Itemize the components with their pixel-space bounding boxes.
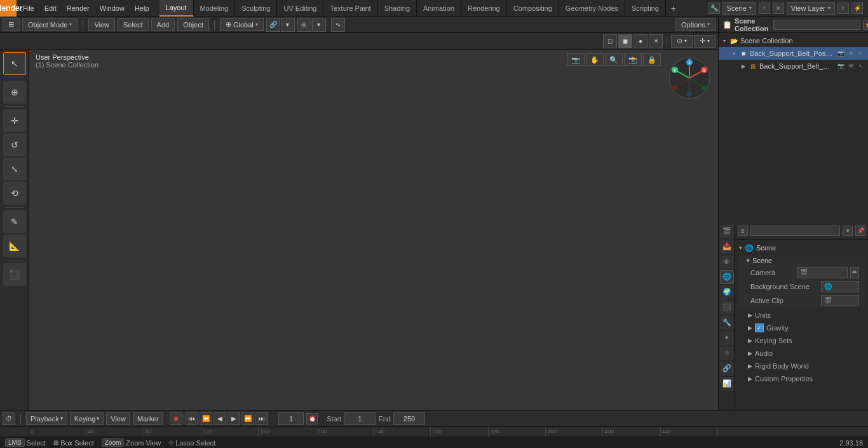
prop-tab-constraints[interactable]: 🔗 [720,362,734,376]
menu-window[interactable]: Window [95,0,130,17]
camera-action-0[interactable]: 📷 [836,49,845,58]
graph-btn[interactable]: ∿ [331,18,345,32]
cursor-tool-btn[interactable]: ⊕ [3,81,26,104]
snap-options-btn[interactable]: ▾ [281,18,295,32]
menu-file[interactable]: File [18,0,39,17]
prop-filter-btn[interactable]: ▾ [843,226,853,236]
step-back-btn[interactable]: ⏪ [200,412,212,425]
menu-render[interactable]: Render [62,0,95,17]
select-tool-btn[interactable]: ↖ [3,52,26,75]
record-btn[interactable]: ⏺ [170,412,182,425]
active-clip-field[interactable]: 🎬 [821,295,859,306]
prop-tab-world[interactable]: 🌍 [720,285,734,299]
view-menu-btn[interactable]: View [88,18,115,31]
menu-help[interactable]: Help [130,0,154,17]
current-frame-input[interactable] [278,412,304,425]
add-menu-btn[interactable]: Add [151,18,175,31]
units-section[interactable]: ▶ Units [735,309,868,322]
tab-scripting[interactable]: Scripting [625,0,666,17]
prop-tab-object[interactable]: ⬛ [720,301,734,315]
prop-tab-output[interactable]: 📤 [720,240,734,254]
solid-mode-btn[interactable]: ◼ [618,34,632,48]
play-btn[interactable]: ▶ [227,412,240,425]
audio-section[interactable]: ▶ Audio [735,347,868,360]
prop-pin-btn[interactable]: 📌 [855,226,865,236]
step-forward-btn[interactable]: ⏩ [241,412,254,425]
eye-action-0[interactable]: 👁 [846,49,855,58]
outliner-item-0[interactable]: ▾ ◽ Back_Support_Belt_Posture_C 📷 👁 ↖ [719,47,868,60]
tab-compositing[interactable]: Compositing [507,0,559,17]
measure-tool-btn[interactable]: 📐 [3,234,26,257]
scale-tool-btn[interactable]: ⤡ [3,158,26,180]
viewport-zoom-in-btn[interactable]: 🔍 [605,53,623,66]
options-btn[interactable]: Options ▾ [675,18,715,31]
playback-btn[interactable]: Playback ▾ [26,412,67,425]
camera-action-1[interactable]: 📷 [836,62,845,71]
prop-sidebar-toggle[interactable]: ≡ [738,226,748,236]
custom-props-section[interactable]: ▶ Custom Properties [735,372,868,385]
view-layer-selector[interactable]: View Layer ▾ [787,2,835,15]
add-cube-btn[interactable]: ⬛ [3,263,26,286]
tab-texture-paint[interactable]: Texture Paint [323,0,377,17]
eye-action-1[interactable]: 👁 [846,62,855,71]
prop-tab-view[interactable]: 👁 [720,255,734,269]
select-menu-btn[interactable]: Select [118,18,149,31]
expand-0[interactable]: ▾ [731,50,737,57]
engine-icon[interactable]: 🔧 [709,3,720,14]
editor-type-btn[interactable]: ⊞ [3,18,20,31]
outliner-filter-btn[interactable]: ⚡ [863,20,868,30]
viewport-lock-btn[interactable]: 🔒 [643,53,661,66]
scene-selector[interactable]: Scene ▾ [722,2,756,15]
wireframe-mode-btn[interactable]: ◻ [603,34,617,48]
scene-remove-icon[interactable]: ✕ [773,3,784,14]
rigid-body-section[interactable]: ▶ Rigid Body World [735,360,868,372]
prop-scene-header[interactable]: ▾ 🌐 Scene [735,242,868,254]
view-btn[interactable]: View [106,412,130,425]
end-frame-input[interactable] [393,412,425,425]
proportional-btn[interactable]: ◎ [297,18,311,32]
view-layer-add-icon[interactable]: + [837,3,849,14]
tab-rendering[interactable]: Rendering [461,0,507,17]
tab-modeling[interactable]: Modeling [194,0,236,17]
outliner-search-input[interactable] [773,20,860,30]
marker-btn[interactable]: Marker [133,412,163,425]
prop-tab-data[interactable]: 📊 [720,377,734,391]
camera-eyedropper[interactable]: ✏ [850,267,859,278]
proportional-options-btn[interactable]: ▾ [312,18,326,32]
prop-tab-render[interactable]: 🎬 [720,224,734,238]
jump-start-btn[interactable]: ⏮ [186,412,198,425]
prop-tab-modifier[interactable]: 🔧 [720,316,734,330]
keying-sets-section[interactable]: ▶ Keying Sets [735,334,868,347]
tab-uv-editing[interactable]: UV Editing [277,0,323,17]
transform-space-btn[interactable]: ⊕ Global ▾ [220,18,264,31]
snap-btn[interactable]: 🔗 [266,18,280,32]
filter-icon[interactable]: ⚡ [851,3,863,14]
material-mode-btn[interactable]: ● [634,34,648,48]
start-frame-input[interactable] [344,412,376,425]
viewport-camera-btn[interactable]: 📷 [567,53,585,66]
gravity-checkbox[interactable]: ✓ [755,323,764,332]
overlay-btn[interactable]: ⊙ ▾ [671,35,693,48]
gravity-section[interactable]: ▶ ✓ Gravity [735,322,868,334]
tab-shading[interactable]: Shading [378,0,417,17]
tab-animation[interactable]: Animation [417,0,461,17]
prop-search-input[interactable] [750,226,840,236]
viewport[interactable]: User Perspective (1) Scene Collection 📷 … [29,50,718,410]
object-mode-btn[interactable]: Object Mode ▾ [22,18,78,31]
prop-tab-physics[interactable]: ⚛ [720,346,734,360]
outliner-item-1[interactable]: ▶ ⊞ Back_Support_Belt_Posti 📷 👁 ↖ [719,60,868,72]
scene-add-icon[interactable]: + [759,3,770,14]
annotate-tool-btn[interactable]: ✎ [3,210,26,233]
navigation-gizmo[interactable]: Z X Y [667,56,712,100]
rendered-mode-btn[interactable]: ☀ [649,34,663,48]
prop-tab-particles[interactable]: ✦ [720,331,734,345]
outliner-item-scene-collection[interactable]: ▾ 📂 Scene Collection [719,34,868,47]
rotate-tool-btn[interactable]: ↺ [3,133,26,156]
expand-scene-collection[interactable]: ▾ [721,37,728,44]
frame-options-btn[interactable]: ⏰ [306,413,318,424]
prop-tab-scene[interactable]: 🌐 [720,270,734,284]
expand-1[interactable]: ▶ [740,63,747,69]
play-back-btn[interactable]: ◀ [214,412,226,425]
tab-layout[interactable]: Layout [159,0,194,17]
viewport-camera-view-btn[interactable]: 📸 [624,53,642,66]
